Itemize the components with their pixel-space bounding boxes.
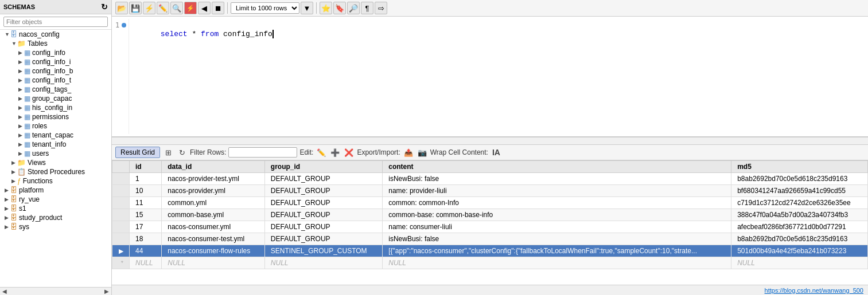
cell-id[interactable]: 10 xyxy=(130,185,162,197)
cell-data_id[interactable]: nacos-provider.yml xyxy=(162,185,265,197)
cell-data_id[interactable]: nacos-provider-test.yml xyxy=(162,173,265,185)
cell-group_id[interactable]: DEFAULT_GROUP xyxy=(264,173,382,185)
filter-rows-input[interactable] xyxy=(228,147,297,158)
dropdown-arrow-button[interactable]: ▼ xyxy=(301,2,313,14)
cell-id[interactable]: 1 xyxy=(130,173,162,185)
cell-group_id[interactable]: DEFAULT_GROUP xyxy=(264,221,382,233)
result-grid[interactable]: id data_id group_id content md5 1nacos-p… xyxy=(112,160,868,285)
tree-item-config-info-i[interactable]: ▶ ▦ config_info_i xyxy=(0,57,111,66)
horizontal-scrollbar[interactable] xyxy=(112,137,868,145)
search-button[interactable]: 🔍 xyxy=(170,2,183,14)
cell-content[interactable]: isNewBusi: false xyxy=(383,233,731,245)
delete-row-button[interactable]: ❌ xyxy=(343,147,355,158)
col-header-data-id[interactable]: data_id xyxy=(162,161,265,173)
tree-item-config-info-t[interactable]: ▶ ▦ config_info_t xyxy=(0,76,111,85)
cell-group_id[interactable]: NULL xyxy=(264,257,382,269)
sidebar-refresh-icon[interactable]: ↻ xyxy=(101,2,108,11)
col-header-md5[interactable]: md5 xyxy=(731,161,868,173)
cell-md5[interactable]: b8ab2692bd70c0e5d618c235d9163 xyxy=(731,173,868,185)
cell-data_id[interactable]: common-base.yml xyxy=(162,209,265,221)
cell-id[interactable]: 17 xyxy=(130,221,162,233)
tree-item-tenant-info[interactable]: ▶ ▦ tenant_info xyxy=(0,140,111,149)
tree-item-functions[interactable]: ▶ ƒ Functions xyxy=(0,176,111,186)
grid-view-button[interactable]: ⊞ xyxy=(162,147,174,158)
cell-data_id[interactable]: NULL xyxy=(162,257,265,269)
wrap-cell-icon[interactable]: IA xyxy=(491,147,502,158)
col-header-content[interactable]: content xyxy=(383,161,731,173)
refresh-result-button[interactable]: ↻ xyxy=(176,147,188,158)
cell-group_id[interactable]: DEFAULT_GROUP xyxy=(264,197,382,209)
tree-item-ry-vue[interactable]: ▶ 🗄 ry_vue xyxy=(0,195,111,204)
cell-md5[interactable]: c719d1c3712cd2742d2ce6326e35ee xyxy=(731,197,868,209)
cell-md5[interactable]: afecbeaf0286bf367721d0b0d77291 xyxy=(731,221,868,233)
result-grid-tab[interactable]: Result Grid xyxy=(115,147,160,158)
export-button[interactable]: ⇨ xyxy=(375,2,387,14)
cell-id[interactable]: NULL xyxy=(130,257,162,269)
cell-id[interactable]: 44 xyxy=(130,245,162,257)
cell-id[interactable]: 11 xyxy=(130,197,162,209)
cell-content[interactable]: name: provider-liuli xyxy=(383,185,731,197)
status-link[interactable]: https://blog.csdn.net/wanwang_500 xyxy=(765,287,863,294)
bookmark-button[interactable]: 🔖 xyxy=(333,2,346,14)
cell-id[interactable]: 15 xyxy=(130,209,162,221)
tree-item-config-info[interactable]: ▶ ▦ config_info xyxy=(0,48,111,57)
import-icon-button[interactable]: 📷 xyxy=(417,147,428,158)
cell-md5[interactable]: b8ab2692bd70c0e5d618c235d9163 xyxy=(731,233,868,245)
open-button[interactable]: 📂 xyxy=(115,2,128,14)
cell-group_id[interactable]: DEFAULT_GROUP xyxy=(264,209,382,221)
tree-item-config-info-b[interactable]: ▶ ▦ config_info_b xyxy=(0,66,111,76)
cell-md5[interactable]: NULL xyxy=(731,257,868,269)
tree-item-config-tags[interactable]: ▶ ▦ config_tags_ xyxy=(0,85,111,94)
limit-rows-select[interactable]: Limit to 1000 rows xyxy=(231,2,299,14)
cell-md5[interactable]: 501d00b49a4e42f5eba241b073223 xyxy=(731,245,868,257)
cell-data_id[interactable]: nacos-consumer-flow-rules xyxy=(162,245,265,257)
star-button[interactable]: ⭐ xyxy=(320,2,332,14)
table-row[interactable]: 18nacos-consumer-test.ymlDEFAULT_GROUPis… xyxy=(112,233,868,245)
tree-item-roles[interactable]: ▶ ▦ roles xyxy=(0,121,111,131)
filter-input[interactable] xyxy=(3,17,108,27)
execute-button[interactable]: ⚡ xyxy=(184,2,197,14)
cell-content[interactable]: common: common-Info xyxy=(383,197,731,209)
cell-data_id[interactable]: nacos-consumer-test.yml xyxy=(162,233,265,245)
sql-content[interactable]: select * from config_info xyxy=(129,19,868,134)
cell-md5[interactable]: bf680341247aa926659a41c99cd55 xyxy=(731,185,868,197)
scroll-left-icon[interactable]: ◀ xyxy=(2,288,7,294)
prev-button[interactable]: ◀ xyxy=(198,2,211,14)
magnify-button[interactable]: 🔎 xyxy=(347,2,360,14)
tree-item-s1[interactable]: ▶ 🗄 s1 xyxy=(0,204,111,213)
cell-content[interactable]: isNewBusi: false xyxy=(383,173,731,185)
cell-group_id[interactable]: DEFAULT_GROUP xyxy=(264,185,382,197)
tree-item-tenant-capac[interactable]: ▶ ▦ tenant_capac xyxy=(0,131,111,140)
cell-content[interactable]: name: consumer-liuli xyxy=(383,221,731,233)
cell-content[interactable]: NULL xyxy=(383,257,731,269)
cell-id[interactable]: 18 xyxy=(130,233,162,245)
table-row[interactable]: *NULLNULLNULLNULLNULL xyxy=(112,257,868,269)
tree-item-permissions[interactable]: ▶ ▦ permissions xyxy=(0,112,111,121)
table-row[interactable]: 15common-base.ymlDEFAULT_GROUPcommon-bas… xyxy=(112,209,868,221)
table-row[interactable]: 10nacos-provider.ymlDEFAULT_GROUPname: p… xyxy=(112,185,868,197)
tree-item-tables[interactable]: ▼ 📁 Tables xyxy=(0,39,111,48)
tree-item-sys[interactable]: ▶ 🗄 sys xyxy=(0,222,111,231)
table-row[interactable]: 1nacos-provider-test.ymlDEFAULT_GROUPisN… xyxy=(112,173,868,185)
paragraph-button[interactable]: ¶ xyxy=(361,2,373,14)
tree-item-group-capac[interactable]: ▶ ▦ group_capac xyxy=(0,94,111,103)
lightning-button[interactable]: ⚡ xyxy=(143,2,155,14)
tree-item-views[interactable]: ▶ 📁 Views xyxy=(0,158,111,167)
cell-content[interactable]: [{"app":"nacos-consumer","clusterConfig"… xyxy=(383,245,731,257)
add-row-button[interactable]: ➕ xyxy=(329,147,341,158)
scroll-right-icon[interactable]: ▶ xyxy=(104,288,109,294)
export-icon-button[interactable]: 📤 xyxy=(403,147,414,158)
table-row[interactable]: ▶44nacos-consumer-flow-rulesSENTINEL_GRO… xyxy=(112,245,868,257)
tree-item-platform[interactable]: ▶ 🗄 platform xyxy=(0,186,111,195)
stop-button[interactable]: ⏹ xyxy=(212,2,224,14)
edit-button[interactable]: ✏️ xyxy=(157,2,169,14)
cell-content[interactable]: common-base: common-base-info xyxy=(383,209,731,221)
cell-md5[interactable]: 388c47f0a04a5b7d00a23a40734fb3 xyxy=(731,209,868,221)
save-button[interactable]: 💾 xyxy=(129,2,142,14)
table-row[interactable]: 17nacos-consumer.ymlDEFAULT_GROUPname: c… xyxy=(112,221,868,233)
col-header-id[interactable]: id xyxy=(130,161,162,173)
cell-data_id[interactable]: common.yml xyxy=(162,197,265,209)
cell-group_id[interactable]: DEFAULT_GROUP xyxy=(264,233,382,245)
edit-icon-button[interactable]: ✏️ xyxy=(316,147,327,158)
tree-item-his-config[interactable]: ▶ ▦ his_config_in xyxy=(0,103,111,112)
